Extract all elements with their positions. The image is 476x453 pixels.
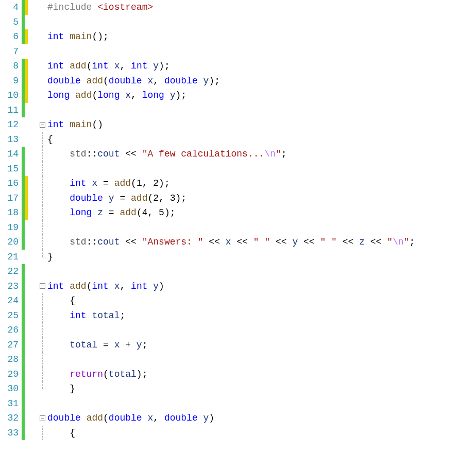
code-line[interactable]: 16 int x = add(1, 2); — [0, 176, 476, 191]
token-pn: ); — [159, 61, 170, 71]
code-line[interactable]: 11 — [0, 103, 476, 118]
code-line[interactable]: 24 { — [0, 293, 476, 308]
code-line[interactable]: 14 std::cout << "A few calculations...\n… — [0, 147, 476, 162]
code-text[interactable]: total = x + y; — [46, 338, 476, 353]
change-margin — [22, 176, 38, 191]
code-text[interactable]: long z = add(4, 5); — [46, 205, 476, 220]
token-pn: , — [148, 207, 159, 218]
change-margin — [22, 293, 38, 308]
code-line[interactable]: 31 — [0, 396, 476, 411]
token-pn — [47, 207, 70, 218]
code-text[interactable]: double add(double x, double y); — [46, 74, 476, 89]
code-text[interactable]: int total; — [46, 308, 476, 323]
code-text[interactable]: int add(int x, int y); — [46, 59, 476, 74]
code-line[interactable]: 30 } — [0, 381, 476, 396]
token-ty: long — [70, 207, 92, 218]
change-margin — [22, 308, 38, 323]
code-line[interactable]: 12int main() — [0, 117, 476, 132]
fold-gutter[interactable] — [38, 117, 46, 132]
code-line[interactable]: 15 — [0, 162, 476, 177]
code-text[interactable]: std::cout << "Answers: " << x << " " << … — [46, 235, 476, 250]
token-id: x — [114, 340, 120, 350]
code-line[interactable]: 4#include <iostream> — [0, 0, 476, 15]
token-pn — [70, 90, 75, 100]
code-editor[interactable]: 4#include <iostream>56int main();78int a… — [0, 0, 476, 440]
change-margin — [22, 367, 38, 382]
code-line[interactable]: 19 — [0, 220, 476, 235]
line-number: 26 — [0, 323, 22, 338]
collapse-icon[interactable] — [40, 122, 45, 128]
token-ty: double — [47, 76, 81, 86]
code-line[interactable]: 18 long z = add(4, 5); — [0, 205, 476, 220]
code-text[interactable]: int add(int x, int y) — [46, 279, 476, 294]
code-line[interactable]: 26 — [0, 323, 476, 338]
code-line[interactable]: 6int main(); — [0, 29, 476, 44]
code-text[interactable]: int x = add(1, 2); — [46, 176, 476, 191]
token-pn — [47, 193, 70, 203]
fold-guide — [42, 367, 43, 382]
change-margin — [22, 264, 38, 279]
code-line[interactable]: 8int add(int x, int y); — [0, 59, 476, 74]
token-pn — [109, 281, 114, 291]
token-pn: = — [97, 178, 114, 188]
token-pn — [287, 237, 293, 247]
code-line[interactable]: 17 double y = add(2, 3); — [0, 191, 476, 206]
code-text[interactable]: return(total); — [46, 367, 476, 382]
code-line[interactable]: 20 std::cout << "Answers: " << x << " " … — [0, 235, 476, 250]
line-number: 22 — [0, 264, 22, 279]
token-op: << — [209, 237, 220, 247]
fold-guide — [42, 205, 43, 220]
line-number: 7 — [0, 44, 22, 59]
code-line[interactable]: 9double add(double x, double y); — [0, 74, 476, 89]
token-id: y — [170, 90, 176, 100]
collapse-icon[interactable] — [40, 415, 45, 421]
code-line[interactable]: 10long add(long x, long y); — [0, 88, 476, 103]
code-text[interactable]: { — [46, 426, 476, 441]
line-number: 31 — [0, 396, 22, 411]
fold-gutter — [38, 59, 46, 74]
fold-gutter — [38, 191, 46, 206]
token-pn: ; — [409, 237, 415, 247]
token-id: x — [147, 76, 153, 86]
code-line[interactable]: 32double add(double x, double y) — [0, 411, 476, 426]
code-line[interactable]: 23int add(int x, int y) — [0, 279, 476, 294]
token-str: " — [276, 149, 281, 159]
code-line[interactable]: 33 { — [0, 426, 476, 441]
code-text[interactable]: std::cout << "A few calculations...\n"; — [46, 147, 476, 162]
code-text[interactable]: { — [46, 132, 476, 147]
code-line[interactable]: 13{ — [0, 132, 476, 147]
code-line[interactable]: 28 — [0, 352, 476, 367]
token-pn: ( — [147, 193, 153, 203]
fold-guide — [42, 162, 43, 177]
code-text[interactable]: } — [46, 250, 476, 265]
code-line[interactable]: 29 return(total); — [0, 367, 476, 382]
change-margin — [22, 323, 38, 338]
fold-gutter — [38, 293, 46, 308]
code-text[interactable]: int main() — [46, 117, 476, 132]
code-line[interactable]: 21} — [0, 250, 476, 265]
code-line[interactable]: 7 — [0, 44, 476, 59]
code-line[interactable]: 27 total = x + y; — [0, 338, 476, 353]
change-margin — [22, 29, 38, 44]
code-text[interactable]: double add(double x, double y) — [46, 411, 476, 426]
code-text[interactable]: double y = add(2, 3); — [46, 191, 476, 206]
code-text[interactable]: } — [46, 381, 476, 396]
code-text[interactable]: long add(long x, long y); — [46, 88, 476, 103]
fold-guide — [42, 352, 43, 367]
code-line[interactable]: 25 int total; — [0, 308, 476, 323]
token-pn: ( — [131, 178, 137, 188]
code-line[interactable]: 22 — [0, 264, 476, 279]
fold-gutter[interactable] — [38, 411, 46, 426]
collapse-icon[interactable] — [40, 283, 45, 289]
fold-gutter[interactable] — [38, 279, 46, 294]
code-text[interactable]: { — [46, 293, 476, 308]
fold-gutter — [38, 0, 46, 15]
code-text[interactable]: #include <iostream> — [46, 0, 476, 15]
token-pp: #include — [47, 2, 92, 12]
token-pn: , — [131, 90, 142, 100]
token-pn: ); — [137, 369, 148, 379]
code-text[interactable]: int main(); — [46, 29, 476, 44]
token-pn: , — [120, 61, 131, 71]
token-op: << — [303, 237, 315, 247]
code-line[interactable]: 5 — [0, 15, 476, 30]
